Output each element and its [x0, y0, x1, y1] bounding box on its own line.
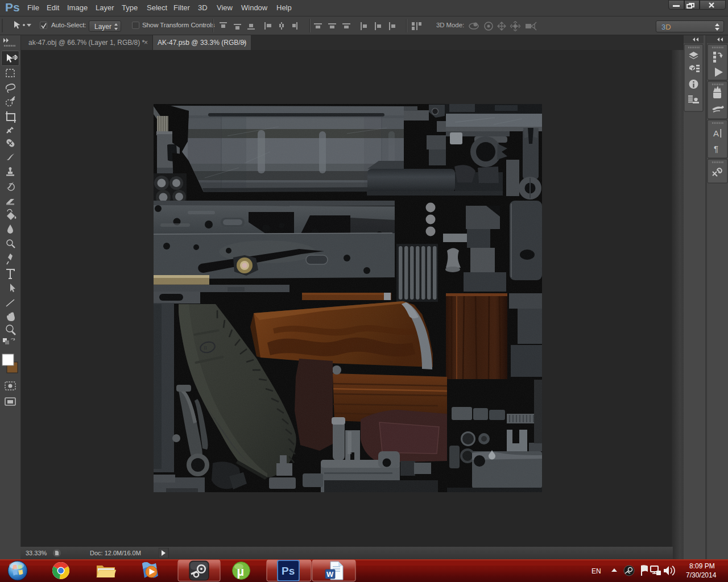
svg-text:µ: µ	[237, 564, 245, 579]
svg-text:EN: EN	[592, 567, 601, 575]
svg-text:W: W	[326, 570, 334, 579]
svg-text:¶: ¶	[714, 144, 718, 153]
svg-text:A: A	[713, 128, 719, 138]
svg-text:7/30/2014: 7/30/2014	[686, 571, 717, 579]
svg-text:8:09 PM: 8:09 PM	[689, 562, 715, 570]
svg-text:Ps: Ps	[282, 565, 295, 577]
